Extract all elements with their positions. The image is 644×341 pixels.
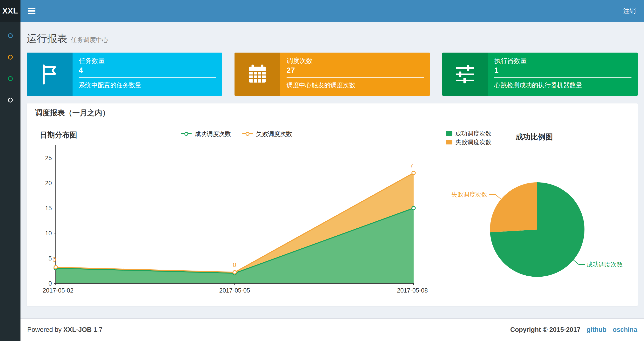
x-axis-ticks <box>56 283 414 285</box>
info-box-value: 4 <box>79 66 216 75</box>
pie-chart-title: 成功比例图 <box>516 132 553 142</box>
app-logo[interactable]: XXL <box>0 0 20 22</box>
circle-icon <box>8 76 13 81</box>
copyright-text: Copyright © 2015-2017 <box>510 326 580 333</box>
pie-chart-plot: 失败调度次数 成功调度次数 <box>439 148 630 279</box>
line-legend-glyph <box>242 133 253 134</box>
y-axis-ticks <box>54 158 56 283</box>
info-box-executors: 执行器数量 1 心跳检测成功的执行器机器数量 <box>442 53 638 96</box>
sidebar-item-2[interactable] <box>0 50 20 64</box>
info-box-row: 任务数量 4 系统中配置的任务数量 <box>27 53 638 96</box>
sidebar-item-4[interactable] <box>0 93 20 107</box>
svg-text:0: 0 <box>52 256 56 263</box>
circle-icon <box>8 55 13 60</box>
logout-link[interactable]: 注销 <box>623 7 644 15</box>
legend-swatch <box>446 140 452 144</box>
flag-icon <box>27 53 72 96</box>
sidebar <box>0 22 20 341</box>
legend-item-fail[interactable]: 失败调度次数 <box>242 130 292 138</box>
svg-text:25: 25 <box>45 155 52 161</box>
line-legend-glyph <box>181 133 192 134</box>
info-box-title: 执行器数量 <box>494 57 632 65</box>
divider <box>79 77 216 78</box>
svg-text:20: 20 <box>45 180 52 186</box>
copyright-area: Copyright © 2015-2017 github oschina <box>510 326 637 333</box>
page-footer: Powered by XXL-JOB 1.7 Copyright © 2015-… <box>20 318 644 341</box>
success-label-line <box>574 260 585 264</box>
info-box-description: 心跳检测成功的执行器机器数量 <box>494 81 632 90</box>
x-axis-labels: 2017-05-02 2017-05-05 2017-05-08 <box>43 287 428 294</box>
panel-title: 调度报表（一月之内） <box>27 104 638 122</box>
page-header: 运行报表 任务调度中心 <box>27 22 638 45</box>
svg-text:5: 5 <box>48 255 52 262</box>
legend-item-fail[interactable]: 失败调度次数 <box>446 138 492 146</box>
info-box-value: 27 <box>286 66 424 75</box>
info-box-value: 1 <box>494 66 632 75</box>
divider <box>494 77 632 78</box>
svg-text:0: 0 <box>48 280 52 287</box>
legend-swatch <box>446 131 452 136</box>
svg-text:15: 15 <box>45 205 52 211</box>
pie-slice-fail[interactable] <box>490 182 537 232</box>
info-box-title: 任务数量 <box>79 57 216 65</box>
info-box-jobs: 任务数量 4 系统中配置的任务数量 <box>27 53 222 96</box>
fail-label-line <box>489 195 501 199</box>
svg-text:2017-05-08: 2017-05-08 <box>397 287 428 294</box>
circle-icon <box>8 33 13 38</box>
divider <box>286 77 424 78</box>
info-box-description: 系统中配置的任务数量 <box>79 81 216 90</box>
fail-slice-label: 失败调度次数 <box>451 191 487 198</box>
info-box-triggers: 调度次数 27 调度中心触发的调度次数 <box>234 53 430 96</box>
oschina-link[interactable]: oschina <box>613 326 637 333</box>
svg-text:0: 0 <box>233 261 236 268</box>
date-distribution-chart: 日期分布图 成功调度次数 失败调度次数 <box>34 127 439 301</box>
line-chart-plot: 0 5 10 15 20 25 2017-05-02 2017-05-05 20… <box>34 141 439 300</box>
info-box-title: 调度次数 <box>286 57 424 65</box>
brand-name: XXL-JOB <box>64 326 92 333</box>
hamburger-icon <box>28 8 36 14</box>
legend-item-success[interactable]: 成功调度次数 <box>181 130 231 138</box>
github-link[interactable]: github <box>587 326 606 333</box>
success-slice-label: 成功调度次数 <box>587 261 623 268</box>
y-axis-labels: 0 5 10 15 20 25 <box>45 155 52 287</box>
main-content: 运行报表 任务调度中心 任务数量 4 系统中配置的任务数量 <box>20 22 644 318</box>
success-ratio-chart: 成功调度次数 失败调度次数 成功比例图 失败调度次数 成功调度次数 <box>439 127 630 286</box>
sliders-icon <box>442 53 488 96</box>
version: 1.7 <box>94 326 103 333</box>
page-subtitle: 任务调度中心 <box>70 36 108 44</box>
pie-chart-legend: 成功调度次数 失败调度次数 <box>446 129 492 146</box>
svg-text:7: 7 <box>410 163 413 169</box>
powered-by: Powered by XXL-JOB 1.7 <box>27 326 102 333</box>
svg-text:10: 10 <box>45 230 52 237</box>
report-panel: 调度报表（一月之内） 日期分布图 成功调度次数 <box>27 104 638 306</box>
page-title: 运行报表 <box>27 33 67 44</box>
line-chart-legend: 成功调度次数 失败调度次数 <box>181 130 292 138</box>
info-box-description: 调度中心触发的调度次数 <box>286 81 424 90</box>
sidebar-item-1[interactable] <box>0 29 20 43</box>
calendar-icon <box>234 53 280 96</box>
line-chart-title: 日期分布图 <box>40 130 77 140</box>
sidebar-item-3[interactable] <box>0 72 20 85</box>
top-navbar: XXL 注销 <box>0 0 644 22</box>
circle-icon <box>8 98 13 103</box>
navbar-body: 注销 <box>20 0 644 22</box>
svg-text:2017-05-02: 2017-05-02 <box>43 287 74 294</box>
svg-text:2017-05-05: 2017-05-05 <box>219 287 250 294</box>
sidebar-toggle-button[interactable] <box>20 7 36 15</box>
legend-item-success[interactable]: 成功调度次数 <box>446 129 492 138</box>
